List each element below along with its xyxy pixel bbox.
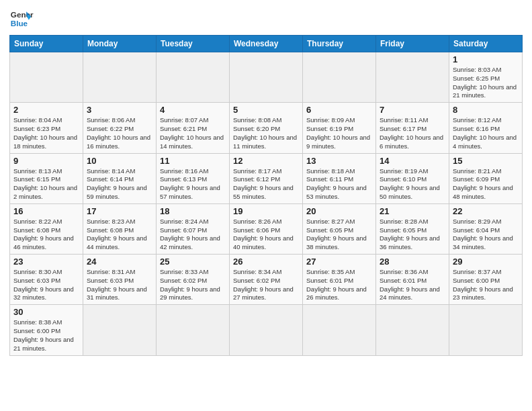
calendar-day-cell: 30Sunrise: 8:38 AM Sunset: 6:00 PM Dayli… [10, 305, 83, 355]
day-info: Sunrise: 8:22 AM Sunset: 6:08 PM Dayligh… [13, 218, 79, 252]
day-number: 5 [233, 105, 299, 115]
calendar-day-cell: 20Sunrise: 8:27 AM Sunset: 6:05 PM Dayli… [303, 203, 376, 254]
day-info: Sunrise: 8:08 AM Sunset: 6:20 PM Dayligh… [233, 116, 299, 150]
calendar-day-cell: 14Sunrise: 8:19 AM Sunset: 6:10 PM Dayli… [376, 153, 449, 203]
day-info: Sunrise: 8:34 AM Sunset: 6:02 PM Dayligh… [233, 268, 299, 302]
day-number: 1 [453, 54, 519, 64]
day-number: 12 [233, 156, 299, 166]
day-info: Sunrise: 8:09 AM Sunset: 6:19 PM Dayligh… [306, 116, 372, 150]
calendar-day-cell: 15Sunrise: 8:21 AM Sunset: 6:09 PM Dayli… [449, 153, 523, 203]
day-number: 13 [306, 156, 372, 166]
day-number: 2 [13, 105, 79, 115]
calendar-day-cell [376, 52, 449, 103]
calendar-day-cell [449, 305, 523, 355]
day-number: 6 [306, 105, 372, 115]
day-number: 18 [160, 206, 226, 216]
day-number: 11 [160, 156, 226, 166]
calendar-day-cell: 5Sunrise: 8:08 AM Sunset: 6:20 PM Daylig… [230, 103, 303, 153]
day-number: 19 [233, 206, 299, 216]
weekday-header-row: SundayMondayTuesdayWednesdayThursdayFrid… [10, 36, 523, 52]
calendar-day-cell [10, 52, 83, 103]
page: General Blue SundayMondayTuesdayWednesda… [0, 0, 532, 411]
weekday-header: Friday [376, 36, 449, 52]
day-number: 17 [87, 206, 152, 216]
day-info: Sunrise: 8:35 AM Sunset: 6:01 PM Dayligh… [306, 268, 372, 302]
day-info: Sunrise: 8:33 AM Sunset: 6:02 PM Dayligh… [160, 268, 226, 302]
day-info: Sunrise: 8:06 AM Sunset: 6:22 PM Dayligh… [87, 116, 152, 150]
day-info: Sunrise: 8:26 AM Sunset: 6:06 PM Dayligh… [233, 218, 299, 252]
day-info: Sunrise: 8:18 AM Sunset: 6:11 PM Dayligh… [306, 167, 372, 201]
calendar-day-cell: 16Sunrise: 8:22 AM Sunset: 6:08 PM Dayli… [10, 203, 83, 254]
calendar-day-cell: 2Sunrise: 8:04 AM Sunset: 6:23 PM Daylig… [10, 103, 83, 153]
day-info: Sunrise: 8:38 AM Sunset: 6:00 PM Dayligh… [13, 318, 79, 353]
logo: General Blue [9, 7, 34, 31]
day-number: 30 [13, 307, 79, 317]
day-info: Sunrise: 8:14 AM Sunset: 6:14 PM Dayligh… [87, 167, 152, 201]
day-number: 14 [380, 156, 445, 166]
day-info: Sunrise: 8:19 AM Sunset: 6:10 PM Dayligh… [380, 167, 445, 201]
day-info: Sunrise: 8:27 AM Sunset: 6:05 PM Dayligh… [306, 218, 372, 252]
calendar-day-cell: 19Sunrise: 8:26 AM Sunset: 6:06 PM Dayli… [230, 203, 303, 254]
weekday-header: Monday [83, 36, 157, 52]
calendar-day-cell: 9Sunrise: 8:13 AM Sunset: 6:15 PM Daylig… [10, 153, 83, 203]
calendar-day-cell [303, 52, 376, 103]
calendar-day-cell: 22Sunrise: 8:29 AM Sunset: 6:04 PM Dayli… [449, 203, 523, 254]
day-info: Sunrise: 8:21 AM Sunset: 6:09 PM Dayligh… [453, 167, 519, 201]
calendar-day-cell: 29Sunrise: 8:37 AM Sunset: 6:00 PM Dayli… [449, 255, 523, 305]
day-number: 27 [306, 257, 372, 267]
calendar-day-cell: 24Sunrise: 8:31 AM Sunset: 6:03 PM Dayli… [83, 255, 157, 305]
calendar-day-cell: 25Sunrise: 8:33 AM Sunset: 6:02 PM Dayli… [157, 255, 230, 305]
calendar-day-cell: 6Sunrise: 8:09 AM Sunset: 6:19 PM Daylig… [303, 103, 376, 153]
day-info: Sunrise: 8:16 AM Sunset: 6:13 PM Dayligh… [160, 167, 226, 201]
day-number: 21 [380, 206, 445, 216]
calendar-day-cell [157, 52, 230, 103]
day-info: Sunrise: 8:30 AM Sunset: 6:03 PM Dayligh… [13, 268, 79, 302]
calendar-day-cell: 7Sunrise: 8:11 AM Sunset: 6:17 PM Daylig… [376, 103, 449, 153]
calendar-day-cell: 26Sunrise: 8:34 AM Sunset: 6:02 PM Dayli… [230, 255, 303, 305]
day-number: 26 [233, 257, 299, 267]
day-info: Sunrise: 8:31 AM Sunset: 6:03 PM Dayligh… [87, 268, 152, 302]
weekday-header: Wednesday [230, 36, 303, 52]
calendar-day-cell: 13Sunrise: 8:18 AM Sunset: 6:11 PM Dayli… [303, 153, 376, 203]
calendar-day-cell: 12Sunrise: 8:17 AM Sunset: 6:12 PM Dayli… [230, 153, 303, 203]
calendar-day-cell [83, 305, 157, 355]
day-info: Sunrise: 8:13 AM Sunset: 6:15 PM Dayligh… [13, 167, 79, 201]
day-number: 15 [453, 156, 519, 166]
day-info: Sunrise: 8:36 AM Sunset: 6:01 PM Dayligh… [380, 268, 445, 302]
calendar-week-row: 30Sunrise: 8:38 AM Sunset: 6:00 PM Dayli… [10, 305, 523, 355]
day-number: 25 [160, 257, 226, 267]
day-number: 20 [306, 206, 372, 216]
weekday-header: Saturday [449, 36, 523, 52]
calendar-week-row: 2Sunrise: 8:04 AM Sunset: 6:23 PM Daylig… [10, 103, 523, 153]
day-number: 8 [453, 105, 519, 115]
calendar-day-cell: 17Sunrise: 8:23 AM Sunset: 6:08 PM Dayli… [83, 203, 157, 254]
day-info: Sunrise: 8:23 AM Sunset: 6:08 PM Dayligh… [87, 218, 152, 252]
calendar-week-row: 1Sunrise: 8:03 AM Sunset: 6:25 PM Daylig… [10, 52, 523, 103]
day-info: Sunrise: 8:24 AM Sunset: 6:07 PM Dayligh… [160, 218, 226, 252]
day-info: Sunrise: 8:37 AM Sunset: 6:00 PM Dayligh… [453, 268, 519, 302]
day-number: 28 [380, 257, 445, 267]
day-info: Sunrise: 8:29 AM Sunset: 6:04 PM Dayligh… [453, 218, 519, 252]
weekday-header: Sunday [10, 36, 83, 52]
day-number: 4 [160, 105, 226, 115]
calendar-day-cell: 23Sunrise: 8:30 AM Sunset: 6:03 PM Dayli… [10, 255, 83, 305]
calendar-day-cell: 28Sunrise: 8:36 AM Sunset: 6:01 PM Dayli… [376, 255, 449, 305]
calendar-day-cell: 18Sunrise: 8:24 AM Sunset: 6:07 PM Dayli… [157, 203, 230, 254]
day-number: 22 [453, 206, 519, 216]
calendar-day-cell [230, 52, 303, 103]
calendar-day-cell: 1Sunrise: 8:03 AM Sunset: 6:25 PM Daylig… [449, 52, 523, 103]
weekday-header: Tuesday [157, 36, 230, 52]
calendar-day-cell: 27Sunrise: 8:35 AM Sunset: 6:01 PM Dayli… [303, 255, 376, 305]
calendar-week-row: 9Sunrise: 8:13 AM Sunset: 6:15 PM Daylig… [10, 153, 523, 203]
day-number: 16 [13, 206, 79, 216]
day-info: Sunrise: 8:11 AM Sunset: 6:17 PM Dayligh… [380, 116, 445, 150]
calendar-day-cell [303, 305, 376, 355]
day-number: 10 [87, 156, 152, 166]
calendar-day-cell: 3Sunrise: 8:06 AM Sunset: 6:22 PM Daylig… [83, 103, 157, 153]
day-info: Sunrise: 8:04 AM Sunset: 6:23 PM Dayligh… [13, 116, 79, 150]
logo-icon: General Blue [9, 7, 34, 31]
calendar-day-cell [376, 305, 449, 355]
header: General Blue [9, 7, 523, 31]
calendar-day-cell [157, 305, 230, 355]
calendar-day-cell: 10Sunrise: 8:14 AM Sunset: 6:14 PM Dayli… [83, 153, 157, 203]
